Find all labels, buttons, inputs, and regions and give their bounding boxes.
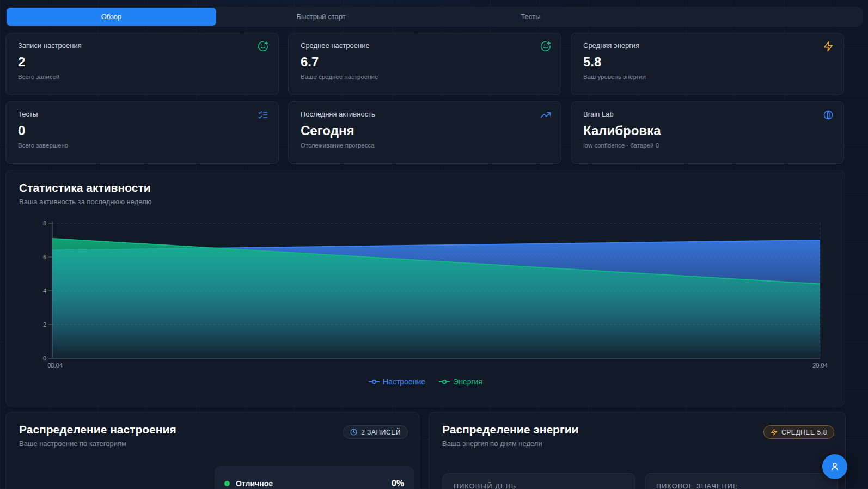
smile-plus-icon [540, 41, 551, 52]
card-value: Калибровка [583, 123, 833, 138]
card-last-activity: Последняя активность Сегодня Отслеживани… [288, 101, 561, 164]
card-brain-lab: Brain Lab Калибровка low confidence · ба… [571, 101, 844, 164]
card-value: 6.7 [301, 54, 550, 70]
tab-tests[interactable]: Тесты [426, 8, 635, 26]
card-subtitle: Ваше среднее настроение [301, 74, 550, 80]
entries-count-label: 2 ЗАПИСЕЙ [361, 429, 401, 436]
peak-day-label: ПИКОВЫЙ ДЕНЬ [454, 482, 624, 489]
mood-category-label: Отличное [236, 479, 386, 488]
card-average-mood: Среднее настроение 6.7 Ваше среднее наст… [288, 33, 561, 95]
card-value: 2 [18, 54, 267, 70]
card-value: Сегодня [301, 123, 550, 138]
mood-distribution-section: Распределение настроения Ваше настроение… [5, 412, 419, 489]
card-subtitle: Отслеживание прогресса [301, 142, 550, 149]
tab-bar: Обзор Быстрый старт Тесты [5, 7, 863, 27]
svg-text:0: 0 [43, 355, 46, 362]
legend-line-dot-icon [368, 378, 380, 385]
card-title: Brain Lab [583, 110, 833, 118]
card-value: 0 [18, 123, 267, 138]
card-subtitle: Всего записей [18, 74, 267, 80]
mood-category-dot [224, 481, 230, 486]
energy-distribution-section: Распределение энергии Ваша энергия по дн… [429, 412, 846, 489]
entries-count-badge: 2 ЗАПИСЕЙ [343, 425, 408, 439]
profile-fab-button[interactable] [822, 454, 847, 479]
svg-text:2: 2 [43, 321, 46, 328]
card-subtitle: Ваш уровень энергии [583, 74, 833, 80]
activity-statistics-section: Статистика активности Ваша активность за… [5, 170, 845, 406]
mood-category-percent: 0% [392, 479, 404, 488]
activity-subtitle: Ваша активность за последнюю неделю [19, 198, 832, 206]
svg-text:20.04: 20.04 [812, 362, 828, 369]
card-title: Записи настроения [18, 41, 267, 50]
peak-value-card: ПИКОВОЕ ЗНАЧЕНИЕ [645, 473, 838, 489]
card-value: 5.8 [583, 54, 833, 70]
peak-day-card: ПИКОВЫЙ ДЕНЬ [442, 473, 635, 489]
chart-legend: Настроение Энергия [6, 377, 845, 386]
energy-distribution-title: Распределение энергии [442, 423, 579, 436]
peak-value-label: ПИКОВОЕ ЗНАЧЕНИЕ [656, 482, 827, 489]
energy-stats-row: ПИКОВЫЙ ДЕНЬ ПИКОВОЕ ЗНАЧЕНИЕ [442, 473, 838, 489]
svg-text:6: 6 [43, 254, 46, 260]
person-icon [829, 461, 840, 472]
svg-text:08.04: 08.04 [47, 362, 63, 369]
card-title: Тесты [18, 110, 267, 118]
card-subtitle: Всего завершено [18, 142, 267, 149]
card-tests: Тесты 0 Всего завершено [5, 101, 279, 164]
average-energy-badge: СРЕДНЕЕ 5.8 [763, 425, 834, 439]
card-title: Средняя энергия [583, 41, 833, 50]
clock-icon [350, 429, 357, 436]
legend-line-dot-icon [438, 378, 450, 385]
activity-title: Статистика активности [19, 181, 832, 194]
svg-text:8: 8 [43, 220, 46, 227]
activity-chart-svg: 0246808.0420.04 [11, 219, 828, 377]
zap-icon [771, 429, 778, 436]
list-checks-icon [258, 109, 268, 120]
mood-category-row: Отличное 0% [215, 466, 414, 489]
smile-plus-icon [258, 41, 268, 52]
legend-label: Энергия [453, 377, 482, 386]
mood-distribution-title: Распределение настроения [19, 423, 176, 436]
legend-label: Настроение [383, 377, 425, 386]
card-mood-entries: Записи настроения 2 Всего записей [5, 33, 279, 95]
svg-text:4: 4 [43, 288, 46, 294]
mood-distribution-subtitle: Ваше настроение по категориям [19, 439, 176, 448]
average-energy-label: СРЕДНЕЕ 5.8 [781, 429, 827, 436]
card-title: Среднее настроение [301, 41, 550, 50]
tab-quick-start[interactable]: Быстрый старт [216, 8, 426, 26]
zap-icon [823, 41, 834, 52]
energy-distribution-subtitle: Ваша энергия по дням недели [442, 439, 579, 448]
brain-icon [823, 109, 834, 120]
legend-item-mood[interactable]: Настроение [368, 377, 425, 386]
stat-cards-grid: Записи настроения 2 Всего записей Средне… [5, 33, 844, 164]
legend-item-energy[interactable]: Энергия [438, 377, 482, 386]
trending-up-icon [540, 109, 551, 120]
card-subtitle: low confidence · батарей 0 [583, 142, 833, 149]
card-average-energy: Средняя энергия 5.8 Ваш уровень энергии [571, 33, 844, 95]
card-title: Последняя активность [301, 110, 550, 118]
tab-overview[interactable]: Обзор [7, 8, 216, 26]
